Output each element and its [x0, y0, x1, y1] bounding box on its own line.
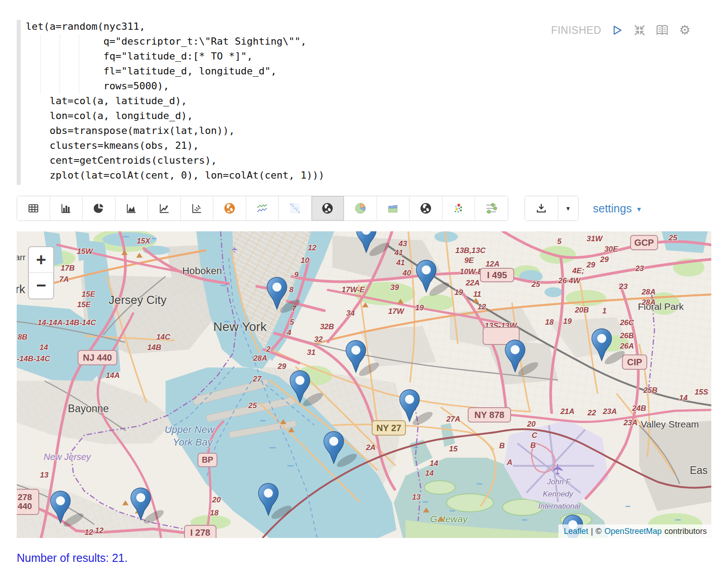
chart-type-globe-button[interactable]: [213, 196, 246, 221]
indent-guide: [60, 35, 60, 94]
chart-type-dark-globe-2-button[interactable]: [410, 196, 442, 221]
attribution-copyright: ©: [596, 527, 602, 536]
settings-caret-icon: ▼: [636, 206, 642, 213]
map-marker[interactable]: [345, 340, 385, 377]
code-editor[interactable]: let(a=random(nyc311, q="descriptor_t:\"R…: [17, 19, 711, 187]
chart-type-line-button[interactable]: [148, 196, 181, 221]
chart-type-scatter-button[interactable]: [181, 196, 214, 221]
status-badge: FINISHED: [551, 24, 601, 37]
map-canvas[interactable]: HobokenJersey CityNew YorkBayonneFloral …: [17, 231, 711, 538]
map-marker[interactable]: [415, 259, 456, 296]
chart-type-color-scatter-button[interactable]: [442, 196, 475, 221]
indent-guide: [79, 35, 79, 94]
gear-icon[interactable]: ⚙: [678, 23, 691, 37]
book-icon[interactable]: [655, 23, 669, 37]
map-attribution: Leaflet | © OpenStreetMap contributors: [558, 524, 711, 538]
code-text[interactable]: let(a=random(nyc311, q="descriptor_t:\"R…: [26, 19, 711, 183]
settings-button[interactable]: settings ▼: [590, 202, 645, 216]
map-marker[interactable]: [590, 328, 631, 365]
notebook-paragraph: let(a=random(nyc311, q="descriptor_t:\"R…: [17, 19, 711, 187]
paragraph-gutter: [17, 20, 21, 185]
settings-label: settings: [593, 202, 632, 215]
map-marker[interactable]: [257, 482, 298, 519]
chart-type-pie-button[interactable]: [83, 196, 115, 221]
paragraph-controls: FINISHED ⚙: [551, 23, 691, 37]
map-marker[interactable]: [129, 487, 170, 524]
leaflet-link[interactable]: Leaflet: [564, 527, 588, 536]
map-marker[interactable]: [323, 431, 363, 468]
zoom-in-button[interactable]: +: [29, 247, 53, 273]
attribution-separator: |: [591, 527, 593, 536]
map-marker[interactable]: [49, 490, 90, 527]
chart-type-multi-line-button[interactable]: [246, 196, 279, 221]
indent-guide: [40, 35, 41, 94]
play-icon[interactable]: [610, 23, 624, 37]
map-marker[interactable]: [266, 276, 306, 313]
zeppelin-page: let(a=random(nyc311, q="descriptor_t:\"R…: [0, 0, 728, 579]
map-marker[interactable]: [398, 389, 439, 426]
zoom-out-button[interactable]: −: [29, 273, 53, 299]
result-text: Number of results: 21.: [17, 551, 711, 565]
shrink-icon[interactable]: [633, 23, 646, 37]
chart-type-bar-button[interactable]: [50, 196, 83, 221]
download-button[interactable]: [525, 196, 558, 221]
osm-link[interactable]: OpenStreetMap: [604, 527, 662, 536]
map-marker[interactable]: [504, 339, 544, 376]
map-tiles: [17, 231, 711, 538]
chart-type-dark-globe-button[interactable]: [312, 196, 345, 221]
chart-type-group: [17, 196, 508, 221]
download-caret-button[interactable]: ▼: [558, 196, 578, 221]
map-zoom-control: + −: [28, 246, 54, 299]
chart-type-heatmap-button[interactable]: [279, 196, 312, 221]
chart-type-table-button[interactable]: [17, 196, 50, 221]
map-marker[interactable]: [289, 370, 329, 407]
chart-type-color-pie-button[interactable]: [344, 196, 377, 221]
visualization-toolbar: ▼ settings ▼: [17, 196, 711, 221]
attribution-contributors: contributors: [664, 527, 707, 536]
chart-type-color-area-button[interactable]: [377, 196, 410, 221]
chart-type-area-button[interactable]: [115, 196, 148, 221]
chart-type-sliders-button[interactable]: [475, 196, 508, 221]
map-marker[interactable]: [355, 231, 396, 257]
download-group: ▼: [525, 196, 579, 221]
